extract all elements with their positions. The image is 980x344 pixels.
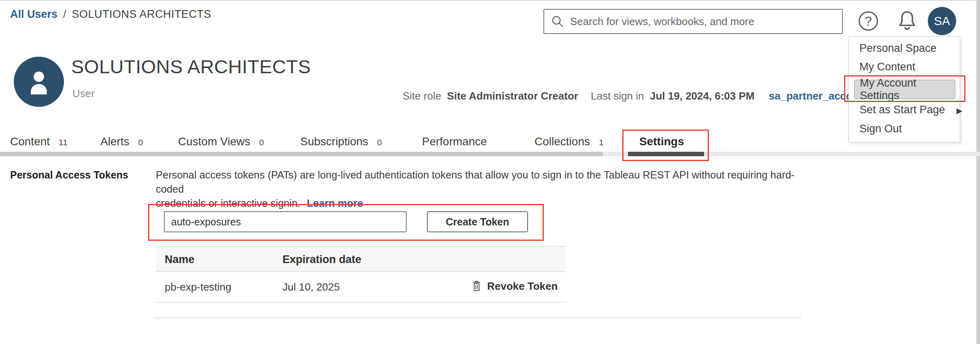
tab-content-label: Content bbox=[10, 135, 50, 148]
revoke-token-label: Revoke Token bbox=[487, 280, 558, 293]
tab-content[interactable]: Content11 bbox=[10, 135, 68, 148]
tab-subscriptions-label: Subscriptions bbox=[300, 135, 368, 148]
menu-item-my-content[interactable]: My Content bbox=[859, 61, 915, 73]
tab-subscriptions-count: 0 bbox=[377, 138, 382, 147]
person-icon bbox=[21, 64, 57, 100]
page-title: SOLUTIONS ARCHITECTS bbox=[71, 55, 311, 78]
site-role-label: Site role bbox=[403, 90, 441, 102]
breadcrumb-all-users-link[interactable]: All Users bbox=[10, 8, 57, 20]
profile-avatar bbox=[14, 57, 64, 107]
trash-icon bbox=[471, 279, 483, 293]
notifications-bell-icon[interactable] bbox=[896, 9, 918, 33]
menu-item-personal-space[interactable]: Personal Space bbox=[859, 42, 937, 55]
revoke-token-button[interactable]: Revoke Token bbox=[471, 279, 558, 293]
token-table-header: Name Expiration date bbox=[156, 246, 565, 272]
search-icon bbox=[551, 15, 564, 28]
tab-alerts-label: Alerts bbox=[100, 135, 129, 148]
tab-collections-count: 1 bbox=[599, 138, 604, 147]
breadcrumb-current: SOLUTIONS ARCHITECTS bbox=[72, 8, 212, 20]
column-header-name: Name bbox=[165, 253, 195, 266]
token-name-cell: pb-exp-testing bbox=[165, 281, 231, 293]
vertical-scrollbar[interactable] bbox=[976, 0, 980, 344]
token-name-input[interactable] bbox=[164, 211, 407, 232]
account-username-link[interactable]: sa_partner_accou bbox=[769, 90, 859, 102]
top-border bbox=[0, 0, 976, 1]
menu-item-set-as-start-page[interactable]: Set as Start Page▶ bbox=[859, 104, 962, 116]
tab-collections[interactable]: Collections1 bbox=[535, 135, 604, 148]
create-token-button[interactable]: Create Token bbox=[427, 211, 528, 232]
tab-performance[interactable]: Performance bbox=[422, 135, 487, 148]
menu-item-my-account-settings-label: My Account Settings bbox=[860, 77, 955, 102]
tab-collections-label: Collections bbox=[535, 135, 590, 148]
tab-content-count: 11 bbox=[59, 138, 68, 147]
personal-access-tokens-label: Personal Access Tokens bbox=[10, 169, 128, 181]
tab-alerts-count: 0 bbox=[138, 138, 143, 147]
site-role: Site role Site Administrator Creator bbox=[403, 90, 578, 102]
pat-description-line1: Personal access tokens (PATs) are long-l… bbox=[156, 168, 811, 196]
breadcrumb-separator: / bbox=[63, 8, 66, 20]
submenu-arrow-icon: ▶ bbox=[957, 106, 963, 115]
tab-performance-label: Performance bbox=[422, 135, 487, 148]
tab-subscriptions[interactable]: Subscriptions0 bbox=[300, 135, 382, 148]
last-sign-in-label: Last sign in bbox=[591, 90, 644, 102]
tab-custom-views-count: 0 bbox=[259, 138, 264, 147]
site-role-value: Site Administrator Creator bbox=[447, 90, 578, 102]
menu-item-my-account-settings[interactable]: My Account Settings bbox=[854, 80, 955, 99]
page-subtitle: User bbox=[72, 87, 95, 100]
page: All Users/SOLUTIONS ARCHITECTS ? SA Pers… bbox=[0, 0, 980, 344]
account-username-label: sa_partner_accou bbox=[769, 90, 859, 102]
tab-custom-views-label: Custom Views bbox=[178, 135, 250, 148]
menu-item-set-as-start-page-label: Set as Start Page bbox=[859, 104, 945, 116]
avatar-initials: SA bbox=[934, 14, 950, 28]
user-avatar[interactable]: SA bbox=[928, 7, 956, 35]
search-bar[interactable] bbox=[543, 9, 843, 34]
section-divider bbox=[154, 317, 801, 319]
tab-settings-label: Settings bbox=[639, 135, 684, 148]
tab-alerts[interactable]: Alerts0 bbox=[100, 135, 143, 148]
breadcrumb: All Users/SOLUTIONS ARCHITECTS bbox=[10, 8, 211, 21]
token-table-row: pb-exp-testing Jul 10, 2025 Revoke Token bbox=[156, 272, 565, 303]
pat-description-line2-text: credentials or interactive signin. bbox=[156, 197, 300, 209]
tabbar-underline bbox=[0, 152, 603, 156]
tab-settings[interactable]: Settings bbox=[639, 135, 684, 148]
learn-more-link[interactable]: Learn more bbox=[307, 197, 363, 209]
pat-description: Personal access tokens (PATs) are long-l… bbox=[156, 168, 811, 210]
last-sign-in-value: Jul 19, 2024, 6:03 PM bbox=[650, 90, 755, 102]
last-sign-in: Last sign in Jul 19, 2024, 6:03 PM bbox=[591, 90, 755, 102]
tab-custom-views[interactable]: Custom Views0 bbox=[178, 135, 264, 148]
active-tab-underline bbox=[628, 152, 704, 156]
menu-item-sign-out[interactable]: Sign Out bbox=[859, 123, 902, 135]
token-expiration-cell: Jul 10, 2025 bbox=[282, 281, 340, 293]
column-header-expiration-date: Expiration date bbox=[282, 253, 361, 266]
search-input[interactable] bbox=[570, 15, 836, 28]
pat-description-line2: credentials or interactive signin.Learn … bbox=[156, 196, 811, 210]
account-menu: Personal Space My Content My Account Set… bbox=[848, 36, 960, 142]
help-icon[interactable]: ? bbox=[859, 11, 878, 31]
